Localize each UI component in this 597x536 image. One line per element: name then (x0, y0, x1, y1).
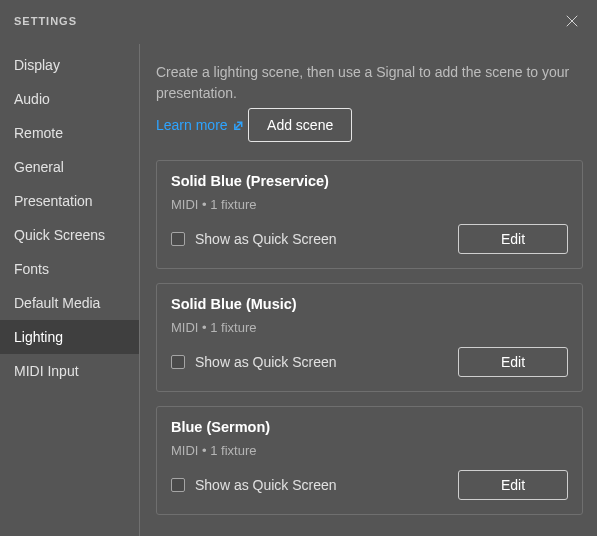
edit-label: Edit (501, 477, 525, 493)
edit-label: Edit (501, 354, 525, 370)
checkbox-label: Show as Quick Screen (195, 477, 337, 493)
settings-window: SETTINGS Display Audio Remote General Pr… (0, 0, 597, 536)
add-scene-button[interactable]: Add scene (248, 108, 352, 142)
sidebar-item-presentation[interactable]: Presentation (0, 184, 139, 218)
quick-screen-checkbox[interactable] (171, 478, 185, 492)
checkbox-label: Show as Quick Screen (195, 354, 337, 370)
sidebar-item-label: Presentation (14, 193, 93, 209)
sidebar-item-audio[interactable]: Audio (0, 82, 139, 116)
sidebar-item-label: Display (14, 57, 60, 73)
add-scene-label: Add scene (267, 117, 333, 133)
sidebar-item-remote[interactable]: Remote (0, 116, 139, 150)
titlebar: SETTINGS (0, 0, 597, 44)
scene-meta: MIDI • 1 fixture (171, 320, 568, 335)
scene-meta: MIDI • 1 fixture (171, 197, 568, 212)
quick-screen-checkbox[interactable] (171, 355, 185, 369)
learn-more-label: Learn more (156, 117, 228, 133)
scene-title: Solid Blue (Preservice) (171, 173, 568, 189)
scene-card: Blue (Sermon) MIDI • 1 fixture Show as Q… (156, 406, 583, 515)
edit-label: Edit (501, 231, 525, 247)
quick-screen-checkbox-row[interactable]: Show as Quick Screen (171, 354, 337, 370)
sidebar-item-label: Quick Screens (14, 227, 105, 243)
sidebar-item-label: Fonts (14, 261, 49, 277)
learn-more-link[interactable]: Learn more (156, 117, 244, 133)
scene-bottom-row: Show as Quick Screen Edit (171, 347, 568, 377)
scene-bottom-row: Show as Quick Screen Edit (171, 224, 568, 254)
sidebar: Display Audio Remote General Presentatio… (0, 44, 140, 536)
sidebar-item-default-media[interactable]: Default Media (0, 286, 139, 320)
scene-title: Blue (Sermon) (171, 419, 568, 435)
sidebar-item-midi-input[interactable]: MIDI Input (0, 354, 139, 388)
scene-title: Solid Blue (Music) (171, 296, 568, 312)
sidebar-item-display[interactable]: Display (0, 48, 139, 82)
external-link-icon (233, 120, 244, 131)
sidebar-item-label: MIDI Input (14, 363, 79, 379)
scene-card: Solid Blue (Preservice) MIDI • 1 fixture… (156, 160, 583, 269)
sidebar-item-label: Audio (14, 91, 50, 107)
scene-card: Solid Blue (Music) MIDI • 1 fixture Show… (156, 283, 583, 392)
sidebar-item-label: General (14, 159, 64, 175)
scene-meta: MIDI • 1 fixture (171, 443, 568, 458)
quick-screen-checkbox-row[interactable]: Show as Quick Screen (171, 477, 337, 493)
scene-bottom-row: Show as Quick Screen Edit (171, 470, 568, 500)
close-button[interactable] (561, 10, 583, 32)
sidebar-item-label: Default Media (14, 295, 100, 311)
edit-button[interactable]: Edit (458, 224, 568, 254)
edit-button[interactable]: Edit (458, 470, 568, 500)
window-title: SETTINGS (14, 15, 77, 27)
sidebar-item-lighting[interactable]: Lighting (0, 320, 139, 354)
sidebar-item-label: Remote (14, 125, 63, 141)
sidebar-item-general[interactable]: General (0, 150, 139, 184)
checkbox-label: Show as Quick Screen (195, 231, 337, 247)
edit-button[interactable]: Edit (458, 347, 568, 377)
body: Display Audio Remote General Presentatio… (0, 44, 597, 536)
sidebar-item-fonts[interactable]: Fonts (0, 252, 139, 286)
sidebar-item-quick-screens[interactable]: Quick Screens (0, 218, 139, 252)
intro-text: Create a lighting scene, then use a Sign… (156, 62, 583, 104)
sidebar-item-label: Lighting (14, 329, 63, 345)
quick-screen-checkbox-row[interactable]: Show as Quick Screen (171, 231, 337, 247)
quick-screen-checkbox[interactable] (171, 232, 185, 246)
close-icon (563, 12, 581, 30)
content-pane: Create a lighting scene, then use a Sign… (140, 44, 597, 536)
